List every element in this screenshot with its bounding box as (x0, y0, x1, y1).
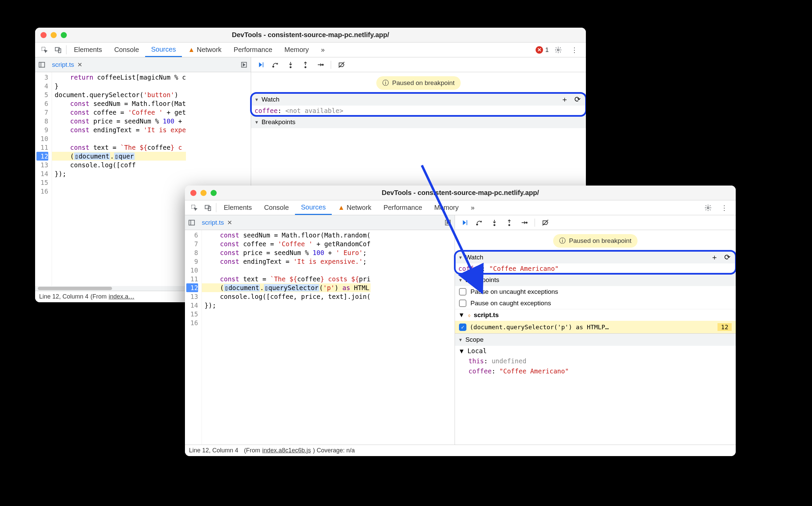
inspect-element-icon[interactable] (38, 43, 51, 57)
sources-subbar: script.ts✕ (185, 215, 455, 230)
source-map-link[interactable]: index.a… (109, 293, 134, 300)
checkbox-icon[interactable] (459, 300, 466, 307)
scope-local-header[interactable]: ▼ Local (455, 346, 736, 356)
svg-rect-4 (39, 62, 45, 67)
tab-elements[interactable]: Elements (218, 200, 258, 215)
refresh-watch-icon[interactable]: ⟳ (572, 95, 583, 104)
scrollbar-thumb[interactable] (38, 287, 112, 290)
step-out-icon[interactable] (504, 217, 515, 228)
more-tabs-icon[interactable] (441, 219, 455, 226)
step-out-icon[interactable] (300, 59, 311, 71)
breakpoints-section: ▼Breakpoints Pause on uncaught exception… (455, 274, 736, 333)
close-tab-icon[interactable]: ✕ (77, 61, 82, 68)
device-toolbar-icon[interactable] (51, 43, 65, 57)
tab-sources[interactable]: Sources (145, 43, 182, 57)
file-icon: ⬨ (467, 312, 471, 319)
minimize-window-icon[interactable] (200, 190, 207, 196)
tab-sources[interactable]: Sources (295, 200, 332, 215)
settings-icon[interactable] (551, 46, 565, 54)
refresh-watch-icon[interactable]: ⟳ (722, 253, 732, 262)
zoom-window-icon[interactable] (211, 190, 217, 196)
breakpoints-header[interactable]: ▼Breakpoints (455, 274, 736, 286)
breakpoint-entry[interactable]: ✓(document.querySelector('p') as HTMLP…1… (455, 321, 736, 333)
separator (216, 203, 216, 212)
watch-value: "Coffee Americano" (489, 265, 559, 272)
close-window-icon[interactable] (40, 32, 47, 38)
tab-console[interactable]: Console (108, 43, 145, 57)
navigator-toggle-icon[interactable] (185, 219, 198, 226)
tab-network[interactable]: ▲Network (182, 43, 227, 57)
disclosure-icon: ▼ (460, 347, 463, 355)
scope-header[interactable]: ▼Scope (455, 334, 736, 346)
file-tab[interactable]: script.ts✕ (198, 219, 236, 226)
main-tab-strip: Elements Console Sources ▲Network Perfor… (35, 43, 586, 57)
deactivate-breakpoints-icon[interactable] (540, 217, 551, 228)
paused-label: Paused on breakpoint (569, 237, 631, 245)
kebab-menu-icon[interactable]: ⋮ (568, 46, 581, 54)
svg-rect-17 (205, 205, 209, 208)
resume-icon[interactable] (459, 217, 470, 228)
source-map-link[interactable]: index.a8c1ec6b.js (262, 447, 311, 454)
step-icon[interactable] (315, 59, 326, 71)
warning-icon: ▲ (188, 46, 195, 54)
watch-header[interactable]: ▼ Watch ＋ ⟳ (455, 251, 736, 263)
paused-banner: ⓘPaused on breakpoint (251, 72, 586, 93)
error-badge[interactable]: ✕1 (536, 46, 549, 54)
watch-expression[interactable]: coffee: <not available> (251, 106, 586, 116)
close-tab-icon[interactable]: ✕ (227, 219, 232, 226)
pause-uncaught-row[interactable]: Pause on uncaught exceptions (455, 286, 736, 298)
step-into-icon[interactable] (489, 217, 500, 228)
tab-overflow[interactable]: » (465, 200, 481, 215)
tab-network-label: Network (347, 204, 371, 212)
tab-elements[interactable]: Elements (68, 43, 108, 57)
tab-network[interactable]: ▲Network (332, 200, 377, 215)
scope-var-this[interactable]: this: undefined (455, 356, 736, 366)
svg-rect-23 (467, 220, 467, 225)
watch-name: coffee (458, 265, 482, 272)
main-tab-strip: Elements Console Sources ▲Network Perfor… (185, 200, 736, 215)
close-window-icon[interactable] (190, 190, 196, 196)
tab-console[interactable]: Console (258, 200, 295, 215)
watch-header[interactable]: ▼ Watch ＋ ⟳ (251, 93, 586, 106)
tab-overflow[interactable]: » (315, 43, 331, 57)
add-watch-icon[interactable]: ＋ (709, 252, 720, 262)
inspect-element-icon[interactable] (188, 200, 201, 215)
disclosure-icon: ▼ (458, 255, 463, 260)
step-icon[interactable] (518, 217, 530, 228)
device-toolbar-icon[interactable] (201, 200, 215, 215)
error-count: 1 (545, 46, 549, 54)
resume-icon[interactable] (255, 59, 267, 71)
scope-var-coffee[interactable]: coffee: "Coffee Americano" (455, 366, 736, 376)
minimize-window-icon[interactable] (51, 32, 57, 38)
tab-performance[interactable]: Performance (227, 43, 278, 57)
step-over-icon[interactable] (270, 59, 281, 71)
breakpoint-file-header[interactable]: ▼⬨script.ts (455, 309, 736, 321)
tab-memory[interactable]: Memory (278, 43, 315, 57)
devtools-window-after: DevTools - consistent-source-map-pc.netl… (185, 186, 736, 456)
window-title: DevTools - consistent-source-map-pc.netl… (35, 31, 586, 39)
pause-caught-row[interactable]: Pause on caught exceptions (455, 298, 736, 309)
breakpoints-label: Breakpoints (465, 276, 499, 284)
scope-this-name: this (468, 357, 484, 365)
step-into-icon[interactable] (285, 59, 296, 71)
svg-point-26 (494, 224, 495, 226)
tab-network-label: Network (197, 46, 221, 54)
zoom-window-icon[interactable] (61, 32, 67, 38)
watch-expression[interactable]: coffee: "Coffee Americano" (455, 263, 736, 274)
breakpoint-code: (document.querySelector('p') as HTMLP… (470, 324, 609, 331)
tab-performance[interactable]: Performance (377, 200, 428, 215)
add-watch-icon[interactable]: ＋ (560, 94, 570, 105)
step-over-icon[interactable] (474, 217, 485, 228)
tab-memory[interactable]: Memory (428, 200, 465, 215)
file-tab[interactable]: script.ts✕ (49, 61, 86, 68)
more-tabs-icon[interactable] (237, 61, 251, 68)
deactivate-breakpoints-icon[interactable] (336, 59, 347, 71)
breakpoints-header[interactable]: ▼ Breakpoints (251, 116, 586, 128)
navigator-toggle-icon[interactable] (35, 61, 49, 68)
cursor-position: Line 12, Column 4 (189, 447, 238, 454)
checkbox-icon[interactable] (459, 288, 466, 296)
checkbox-checked-icon[interactable]: ✓ (459, 324, 466, 331)
kebab-menu-icon[interactable]: ⋮ (718, 204, 731, 212)
code-editor[interactable]: 678910111213141516 const seedNum = Math.… (185, 230, 455, 445)
settings-icon[interactable] (701, 204, 715, 212)
